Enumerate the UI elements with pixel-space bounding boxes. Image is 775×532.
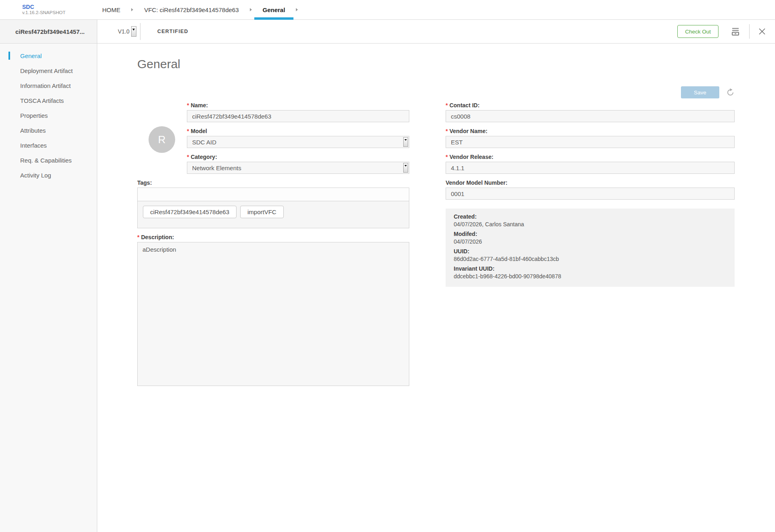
model-select-value: SDC AID	[192, 139, 216, 146]
sidebar-item-activity-log[interactable]: Activity Log	[0, 168, 97, 183]
invariant-uuid-meta: Invariant UUID: ddcebbc1-b968-4226-bd00-…	[454, 265, 727, 280]
sidebar-item-properties[interactable]: Properties	[0, 108, 97, 123]
uuid-meta: UUID: 86d0d2ac-6777-4a5d-81bf-460cabbc13…	[454, 248, 727, 263]
uuid-label: UUID:	[454, 248, 727, 255]
caret-down-icon[interactable]	[403, 137, 408, 147]
top-nav-bar: SDC v.1.16.2-SNAPSHOT HOME VFC: ciResf47…	[0, 0, 775, 20]
name-input[interactable]	[187, 110, 409, 122]
vendor-release-label: *Vendor Release:	[446, 153, 735, 161]
required-asterisk: *	[137, 234, 139, 240]
breadcrumb-general-label: General	[263, 6, 285, 13]
vendor-name-label: *Vendor Name:	[446, 127, 735, 135]
header-actions: Check Out	[677, 24, 766, 39]
caret-right-icon	[249, 0, 252, 19]
vendor-model-number-label: Vendor Model Number:	[446, 179, 735, 186]
vendor-name-input[interactable]	[446, 136, 735, 148]
tags-field-group: Tags: ciResf472bf349e414578de63 importVF…	[137, 179, 409, 228]
asset-header: ciResf472bf349e41457... V1.0 CERTIFIED C…	[0, 20, 775, 44]
caret-down-icon[interactable]	[403, 163, 408, 173]
model-select[interactable]: SDC AID	[187, 136, 409, 148]
sidebar-item-information-artifact[interactable]: Information Artifact	[0, 78, 97, 93]
vendor-release-field-group: *Vendor Release:	[446, 153, 735, 174]
category-select[interactable]: Network Elements	[187, 162, 409, 174]
check-out-button[interactable]: Check Out	[677, 25, 718, 38]
tags-input[interactable]	[138, 188, 409, 201]
category-select-value: Network Elements	[192, 165, 241, 171]
tags-label: Tags:	[137, 179, 409, 186]
created-label: Created:	[454, 213, 727, 221]
modified-value: 04/07/2026	[454, 238, 727, 246]
description-field-group: *Description: aDescription	[137, 234, 409, 388]
required-asterisk: *	[187, 154, 189, 160]
sidebar-item-req-capabilities[interactable]: Req. & Capabilities	[0, 153, 97, 168]
vendor-model-number-field-group: Vendor Model Number:	[446, 179, 735, 200]
lifecycle-state-badge: CERTIFIED	[157, 29, 189, 34]
save-row: Save	[137, 86, 735, 98]
metadata-panel: Created: 04/07/2026, Carlos Santana Modi…	[446, 209, 735, 287]
required-asterisk: *	[446, 102, 448, 108]
version-value: V1.0	[118, 28, 130, 35]
required-asterisk: *	[187, 128, 189, 134]
form-right-column: *Contact ID: *Vendor Name: *Vendor Relea…	[446, 102, 735, 393]
name-field-group: *Name:	[187, 102, 409, 122]
required-asterisk: *	[187, 102, 189, 108]
sidebar-item-deployment-artifact[interactable]: Deployment Artifact	[0, 63, 97, 78]
tags-box: ciResf472bf349e414578de63 importVFC	[137, 188, 409, 228]
modified-label: Modifed:	[454, 230, 727, 238]
main-content: General Save R	[97, 44, 775, 532]
required-asterisk: *	[446, 128, 448, 134]
refresh-icon[interactable]	[726, 88, 735, 97]
contact-id-input[interactable]	[446, 110, 735, 122]
form-left-column: R *Name: *Model SDC AID	[137, 102, 409, 393]
header-divider	[140, 23, 140, 40]
print-icon[interactable]	[731, 27, 740, 36]
vendor-release-input[interactable]	[446, 162, 735, 174]
contact-id-field-group: *Contact ID:	[446, 102, 735, 122]
model-field-group: *Model SDC AID	[187, 127, 409, 148]
description-textarea[interactable]: aDescription	[137, 242, 409, 386]
tag-chip[interactable]: ciResf472bf349e414578de63	[143, 206, 237, 218]
tags-chips-panel: ciResf472bf349e414578de63 importVFC	[138, 201, 409, 228]
close-icon[interactable]	[758, 28, 766, 35]
active-item-indicator	[8, 52, 10, 60]
uuid-value: 86d0d2ac-6777-4a5d-81bf-460cabbc13cb	[454, 255, 727, 263]
sidebar-item-interfaces[interactable]: Interfaces	[0, 138, 97, 153]
required-asterisk: *	[446, 154, 448, 160]
asset-title: ciResf472bf349e41457...	[0, 20, 97, 43]
save-button[interactable]: Save	[681, 86, 719, 98]
modified-meta: Modifed: 04/07/2026	[454, 230, 727, 246]
invariant-uuid-value: ddcebbc1-b968-4226-bd00-90798de40878	[454, 273, 727, 280]
header-divider	[749, 24, 750, 39]
created-value: 04/07/2026, Carlos Santana	[454, 221, 727, 228]
category-label: *Category:	[187, 153, 409, 161]
breadcrumb: HOME VFC: ciResf472bf349e414578de63 Gene…	[94, 0, 300, 19]
vendor-model-number-input[interactable]	[446, 188, 735, 200]
app-logo: SDC v.1.16.2-SNAPSHOT	[22, 0, 65, 19]
sidebar-item-label: General	[20, 52, 42, 59]
app-version-text: v.1.16.2-SNAPSHOT	[22, 10, 65, 15]
page-title: General	[137, 57, 775, 71]
general-form: R *Name: *Model SDC AID	[137, 102, 735, 393]
avatar-slot: R	[137, 102, 187, 179]
name-label: *Name:	[187, 102, 409, 109]
breadcrumb-general-active[interactable]: General	[254, 0, 294, 19]
invariant-uuid-label: Invariant UUID:	[454, 265, 727, 273]
caret-right-icon	[131, 0, 134, 19]
page-body: General Deployment Artifact Information …	[0, 44, 775, 532]
model-label: *Model	[187, 127, 409, 135]
avatar: R	[149, 126, 175, 153]
tag-chip[interactable]: importVFC	[240, 206, 284, 218]
sidebar-item-general[interactable]: General	[0, 48, 97, 63]
version-caret-down-icon[interactable]	[131, 26, 136, 37]
breadcrumb-vfc[interactable]: VFC: ciResf472bf349e414578de63	[136, 0, 247, 19]
sidebar-item-tosca-artifacts[interactable]: TOSCA Artifacts	[0, 93, 97, 108]
created-meta: Created: 04/07/2026, Carlos Santana	[454, 213, 727, 228]
version-selector[interactable]: V1.0	[118, 26, 136, 37]
caret-right-icon	[295, 0, 298, 19]
app-logo-text: SDC	[22, 4, 65, 10]
description-label: *Description:	[137, 234, 409, 241]
category-field-group: *Category: Network Elements	[187, 153, 409, 174]
breadcrumb-home[interactable]: HOME	[94, 0, 129, 19]
sidebar-item-attributes[interactable]: Attributes	[0, 123, 97, 138]
vendor-name-field-group: *Vendor Name:	[446, 127, 735, 148]
